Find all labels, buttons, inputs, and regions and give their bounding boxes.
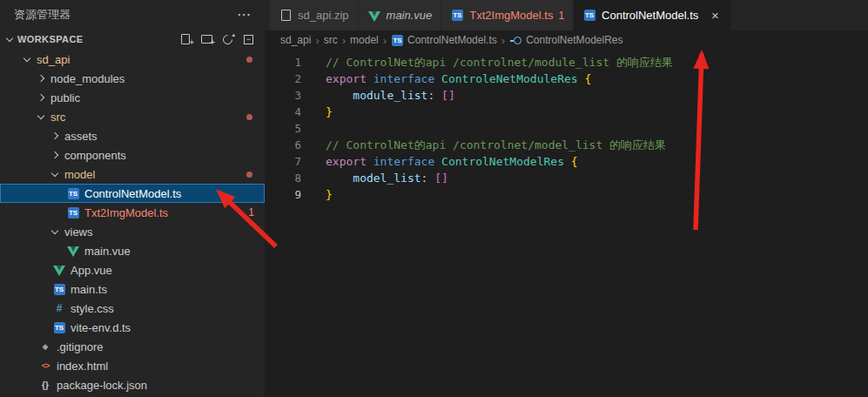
editor[interactable]: 1// ControlNet的api /controlnet/module_li… bbox=[265, 50, 868, 203]
chevron-separator-icon: › bbox=[315, 34, 319, 47]
tree-item-main.ts[interactable]: main.ts bbox=[0, 279, 265, 299]
code-line[interactable]: 5 bbox=[265, 120, 868, 137]
workspace-section-header[interactable]: WORKSPACE bbox=[0, 29, 265, 50]
tree-item-App.vue[interactable]: App.vue bbox=[0, 260, 265, 279]
ts-icon bbox=[52, 320, 66, 334]
tree-item-assets[interactable]: assets bbox=[0, 126, 265, 145]
workspace-section-label: WORKSPACE bbox=[17, 34, 176, 44]
problems-count-badge: 1 bbox=[248, 206, 254, 219]
line-number: 9 bbox=[265, 186, 312, 203]
tree-item-src[interactable]: src bbox=[0, 107, 265, 126]
chevron-right-icon bbox=[37, 75, 44, 82]
code-line[interactable]: 9} bbox=[265, 186, 868, 203]
tree-item-label: node_modules bbox=[50, 72, 124, 85]
json-icon bbox=[38, 378, 52, 392]
code-line[interactable]: 8 model_list: [] bbox=[265, 170, 868, 186]
tree-item-label: main.ts bbox=[71, 283, 107, 296]
tree-item-sd_api[interactable]: sd_api bbox=[0, 50, 265, 69]
tree-item-label: package-lock.json bbox=[57, 379, 147, 392]
chevron-right-icon bbox=[37, 94, 44, 101]
tree-item-label: src bbox=[50, 111, 65, 124]
modified-dot-badge bbox=[246, 57, 252, 63]
code-line[interactable]: 4} bbox=[265, 104, 868, 120]
explorer-sidebar: 资源管理器 WORKSPACE sd_apinode_modulespublic… bbox=[0, 0, 265, 397]
tree-item-public[interactable]: public bbox=[0, 88, 265, 107]
tree-item-ControlNetModel.ts[interactable]: ControlNetModel.ts bbox=[0, 184, 265, 203]
line-number: 3 bbox=[265, 87, 312, 104]
breadcrumb-item-model[interactable]: model bbox=[350, 34, 379, 46]
chevron-right-icon bbox=[51, 132, 58, 139]
tree-item-package-lock.json[interactable]: package-lock.json bbox=[0, 375, 265, 394]
tree-item-style.css[interactable]: style.css bbox=[0, 299, 265, 318]
sidebar-title: 资源管理器 bbox=[14, 7, 233, 23]
breadcrumb-item-ControlNetModel.ts[interactable]: ControlNetModel.ts bbox=[391, 34, 497, 47]
chevron-separator-icon: › bbox=[501, 34, 505, 47]
code-line[interactable]: 6// ControlNet的api /controlnet/model_lis… bbox=[265, 137, 868, 153]
new-file-icon[interactable] bbox=[176, 30, 195, 49]
modified-dot-badge bbox=[246, 114, 252, 120]
line-number: 5 bbox=[265, 120, 312, 137]
line-number: 2 bbox=[265, 71, 312, 87]
line-number: 6 bbox=[265, 137, 312, 153]
line-number: 1 bbox=[265, 54, 312, 71]
close-icon[interactable]: × bbox=[707, 8, 723, 24]
tab-ControlNetModel.ts[interactable]: ControlNetModel.ts× bbox=[574, 0, 732, 30]
tree-item-label: model bbox=[64, 168, 95, 181]
interface-icon bbox=[509, 34, 522, 47]
vue-icon bbox=[367, 9, 381, 23]
chevron-separator-icon: › bbox=[342, 34, 346, 47]
code-line[interactable]: 3 module_list: [] bbox=[265, 87, 868, 104]
tree-item-node_modules[interactable]: node_modules bbox=[0, 69, 265, 88]
tree-item-label: vite-env.d.ts bbox=[71, 321, 131, 334]
code-text bbox=[312, 120, 326, 137]
breadcrumb-item-ControlNetModelRes[interactable]: ControlNetModelRes bbox=[509, 34, 622, 47]
tree-item-label: assets bbox=[64, 130, 98, 143]
css-icon bbox=[52, 301, 66, 315]
tree-item-index.html[interactable]: index.html bbox=[0, 356, 265, 375]
more-actions-icon[interactable] bbox=[233, 8, 254, 22]
breadcrumb-label: sd_api bbox=[280, 34, 311, 46]
tree-item-Txt2ImgModel.ts[interactable]: Txt2ImgModel.ts1 bbox=[0, 203, 265, 222]
breadcrumb-item-sd_api[interactable]: sd_api bbox=[280, 34, 311, 46]
breadcrumb: sd_api›src›model›ControlNetModel.ts›Cont… bbox=[265, 30, 868, 50]
ts-icon bbox=[450, 9, 464, 23]
code-text: } bbox=[312, 104, 333, 120]
tree-item-.gitignore[interactable]: .gitignore bbox=[0, 337, 265, 356]
tab-label: sd_api.zip bbox=[298, 9, 349, 22]
code-text: module_list: [] bbox=[312, 87, 455, 104]
line-number: 8 bbox=[265, 170, 312, 186]
breadcrumb-item-src[interactable]: src bbox=[324, 34, 338, 46]
tree-item-label: Txt2ImgModel.ts bbox=[84, 206, 168, 219]
breadcrumb-label: src bbox=[324, 34, 338, 46]
code-line[interactable]: 1// ControlNet的api /controlnet/module_li… bbox=[265, 54, 868, 71]
explorer-actions bbox=[176, 30, 258, 49]
refresh-icon[interactable] bbox=[218, 30, 237, 49]
chevron-separator-icon: › bbox=[383, 34, 387, 47]
ts-icon bbox=[582, 9, 596, 23]
ts-icon bbox=[52, 282, 66, 296]
tree-item-components[interactable]: components bbox=[0, 145, 265, 165]
tab-main.vue[interactable]: main.vue bbox=[359, 0, 442, 30]
code-line[interactable]: 2export interface ControleNetModuleRes { bbox=[265, 71, 868, 87]
new-folder-icon[interactable] bbox=[197, 30, 216, 49]
tab-bar: sd_api.zipmain.vueTxt2ImgModel.ts1Contro… bbox=[265, 0, 868, 30]
tree-item-label: .gitignore bbox=[57, 340, 103, 353]
vue-icon bbox=[52, 263, 66, 277]
code-line[interactable]: 7export interface ControlNetModelRes { bbox=[265, 153, 868, 170]
tree-item-main.vue[interactable]: main.vue bbox=[0, 241, 265, 260]
chevron-down-icon bbox=[24, 54, 30, 61]
ts-icon bbox=[391, 34, 404, 47]
code-text: // ControlNet的api /controlnet/module_lis… bbox=[312, 54, 673, 71]
tab-Txt2ImgModel.ts[interactable]: Txt2ImgModel.ts1 bbox=[441, 0, 574, 30]
tree-item-vite-env.d.ts[interactable]: vite-env.d.ts bbox=[0, 318, 265, 337]
tree-item-views[interactable]: views bbox=[0, 222, 265, 241]
ts-icon bbox=[66, 205, 80, 219]
tree-item-label: index.html bbox=[57, 360, 108, 373]
tree-item-model[interactable]: model bbox=[0, 165, 265, 184]
tab-sd_api.zip[interactable]: sd_api.zip bbox=[270, 0, 359, 30]
tab-label: Txt2ImgModel.ts bbox=[469, 9, 553, 22]
line-number: 4 bbox=[265, 104, 312, 120]
collapse-all-icon[interactable] bbox=[239, 30, 258, 49]
breadcrumb-label: model bbox=[350, 34, 379, 46]
html-icon bbox=[38, 359, 52, 373]
